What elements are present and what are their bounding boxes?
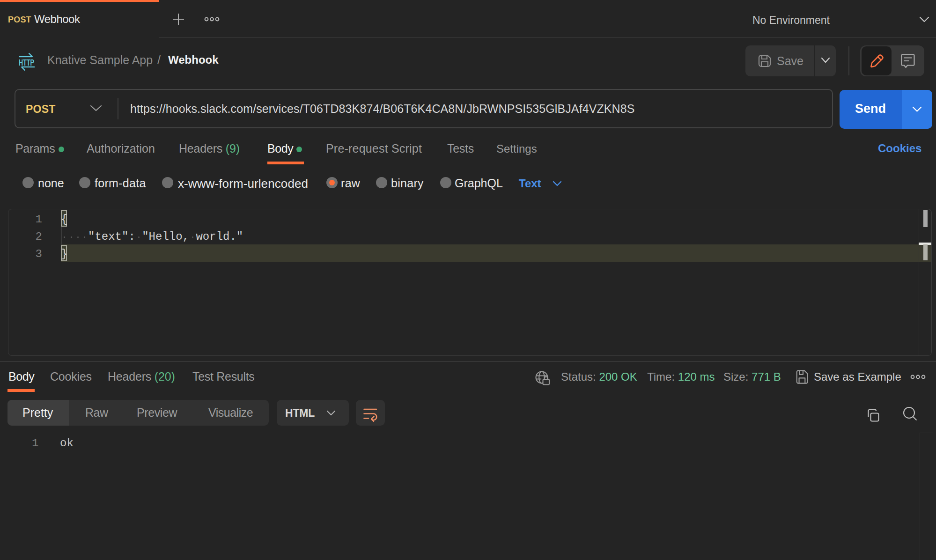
svg-text:HTTP: HTTP xyxy=(19,58,34,67)
